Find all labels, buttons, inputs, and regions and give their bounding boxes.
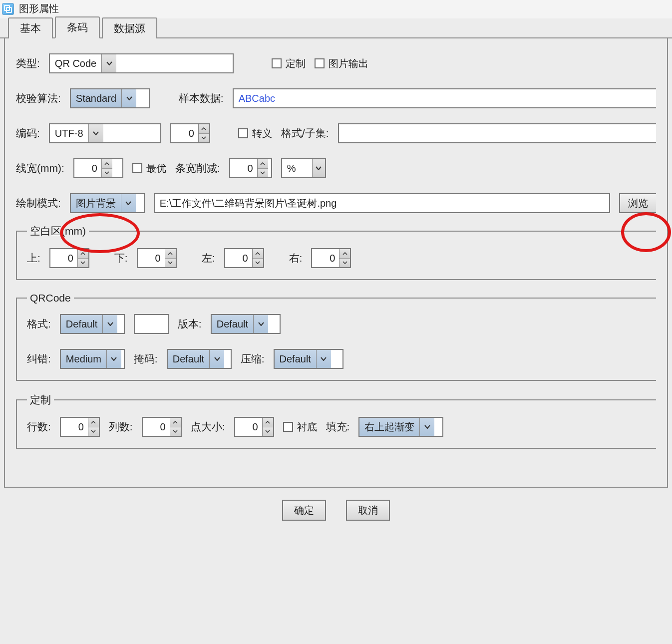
chevron-up-icon[interactable] (339, 249, 350, 259)
type-combo-value: QR Code (50, 54, 101, 72)
custom-group: 定制 行数: 0 列数: 0 点大小: 0 衬底 填充: 右上起渐变 (16, 393, 656, 449)
label-left: 左: (202, 251, 215, 265)
browse-button[interactable]: 浏览 (619, 193, 656, 213)
custom-checkbox-label: 定制 (286, 57, 306, 70)
label-sample-data: 样本数据: (179, 91, 224, 105)
chevron-up-icon[interactable] (170, 418, 181, 427)
rows-spin[interactable]: 0 (60, 417, 100, 437)
chevron-down-icon[interactable] (102, 315, 117, 333)
tab-barcode[interactable]: 条码 (55, 16, 100, 38)
qr-ecc-combo[interactable]: Medium (60, 349, 125, 369)
chevron-up-icon[interactable] (199, 124, 209, 134)
label-top: 上: (27, 251, 40, 265)
chevron-down-icon[interactable] (165, 259, 176, 268)
custom-checkbox[interactable]: 定制 (272, 57, 306, 70)
checkbox-icon (315, 58, 325, 68)
quiet-zone-legend: 空白区(mm) (27, 224, 89, 238)
quiet-top-spin[interactable]: 0 (49, 248, 89, 268)
chevron-up-icon[interactable] (78, 249, 88, 259)
bar-reduce-spin[interactable]: 0 (229, 158, 272, 178)
qr-compress-combo[interactable]: Default (274, 349, 343, 369)
optimal-checkbox[interactable]: 最优 (132, 162, 166, 175)
chevron-down-icon[interactable] (199, 134, 209, 143)
format-subset-input[interactable] (338, 123, 656, 143)
chevron-down-icon[interactable] (316, 350, 331, 368)
quiet-bottom-spin[interactable]: 0 (137, 248, 177, 268)
qrcode-legend: QRCode (27, 292, 74, 304)
tab-basic[interactable]: 基本 (8, 17, 53, 38)
qr-version-combo[interactable]: Default (211, 314, 281, 334)
chevron-up-icon[interactable] (102, 159, 112, 169)
chevron-down-icon[interactable] (312, 159, 325, 177)
chevron-up-icon[interactable] (165, 249, 176, 259)
label-draw-mode: 绘制模式: (16, 196, 61, 210)
chevron-down-icon[interactable] (101, 54, 116, 72)
underlay-label: 衬底 (297, 420, 317, 434)
label-fill: 填充: (326, 420, 350, 434)
checksum-value: Standard (71, 89, 121, 107)
cols-spin[interactable]: 0 (142, 417, 182, 437)
chevron-down-icon[interactable] (121, 194, 136, 212)
label-compress: 压缩: (241, 352, 265, 366)
escape-label: 转义 (252, 127, 272, 140)
optimal-label: 最优 (146, 162, 166, 175)
chevron-up-icon[interactable] (253, 249, 263, 259)
qr-format-extra-input[interactable] (134, 314, 169, 334)
chevron-down-icon[interactable] (339, 259, 350, 268)
line-width-spin[interactable]: 0 (73, 158, 123, 178)
chevron-down-icon[interactable] (263, 427, 273, 436)
escape-checkbox[interactable]: 转义 (238, 127, 272, 140)
encoding-combo[interactable]: UTF-8 (49, 123, 161, 143)
underlay-checkbox[interactable]: 衬底 (283, 420, 317, 434)
label-rows: 行数: (27, 420, 51, 434)
encoding-spin[interactable]: 0 (170, 123, 210, 143)
chevron-down-icon[interactable] (106, 350, 121, 368)
line-width-value: 0 (74, 159, 101, 177)
app-icon (2, 3, 14, 15)
label-bottom: 下: (114, 251, 128, 265)
label-bar-reduce: 条宽削减: (175, 161, 220, 175)
bar-reduce-unit-combo[interactable]: % (281, 158, 326, 178)
quiet-zone-group: 空白区(mm) 上: 0 下: 0 左: 0 右: 0 (16, 224, 656, 280)
label-mask: 掩码: (134, 352, 158, 366)
chevron-down-icon[interactable] (258, 169, 268, 178)
chevron-up-icon[interactable] (258, 159, 268, 169)
sample-data-input[interactable]: ABCabc (233, 88, 656, 108)
chevron-down-icon[interactable] (78, 259, 88, 268)
label-type: 类型: (16, 56, 40, 70)
custom-legend: 定制 (27, 393, 54, 407)
checksum-combo[interactable]: Standard (70, 88, 150, 108)
chevron-down-icon[interactable] (253, 315, 268, 333)
chevron-down-icon[interactable] (170, 427, 181, 436)
type-combo[interactable]: QR Code (49, 53, 234, 73)
chevron-down-icon[interactable] (121, 89, 136, 107)
ok-button[interactable]: 确定 (282, 500, 326, 521)
chevron-up-icon[interactable] (88, 418, 99, 427)
qr-mask-combo[interactable]: Default (167, 349, 232, 369)
chevron-down-icon[interactable] (88, 124, 103, 142)
chevron-up-icon[interactable] (263, 418, 273, 427)
chevron-down-icon[interactable] (102, 169, 112, 178)
label-format-subset: 格式/子集: (281, 126, 329, 140)
quiet-left-spin[interactable]: 0 (224, 248, 264, 268)
chevron-down-icon[interactable] (253, 259, 263, 268)
encoding-spin-value: 0 (171, 124, 198, 142)
qr-format-combo[interactable]: Default (60, 314, 125, 334)
chevron-down-icon[interactable] (209, 350, 224, 368)
label-cols: 列数: (109, 420, 133, 434)
draw-mode-combo[interactable]: 图片背景 (70, 193, 145, 213)
quiet-right-spin[interactable]: 0 (311, 248, 351, 268)
image-output-checkbox[interactable]: 图片输出 (315, 57, 368, 70)
barcode-panel: 类型: QR Code 定制 图片输出 校验算法: Standard 样本数据:… (4, 38, 668, 488)
checkbox-icon (272, 58, 282, 68)
window-title: 图形属性 (19, 2, 59, 15)
label-encoding: 编码: (16, 126, 40, 140)
cancel-button[interactable]: 取消 (346, 500, 390, 521)
chevron-down-icon[interactable] (88, 427, 99, 436)
fill-combo[interactable]: 右上起渐变 (358, 417, 443, 437)
dot-size-spin[interactable]: 0 (234, 417, 274, 437)
chevron-down-icon[interactable] (419, 418, 434, 436)
tab-datasource[interactable]: 数据源 (102, 17, 157, 38)
checkbox-icon (283, 422, 293, 432)
draw-mode-path-input[interactable]: E:\工作文件\二维码背景图片\圣诞树.png (154, 193, 610, 213)
